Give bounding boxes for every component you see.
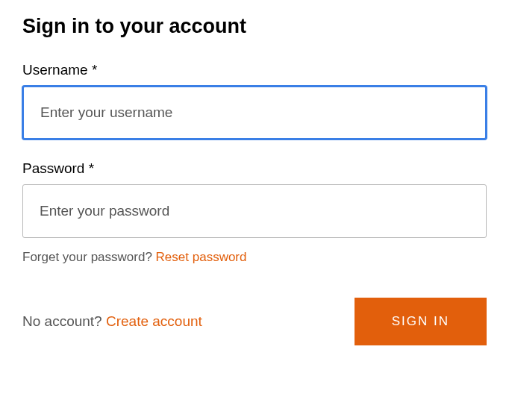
create-account-link[interactable]: Create account (106, 313, 202, 329)
bottom-row: No account? Create account SIGN IN (22, 298, 487, 345)
password-input[interactable] (22, 184, 487, 238)
no-account-line: No account? Create account (22, 313, 202, 330)
no-account-text: No account? (22, 313, 106, 329)
username-label: Username * (22, 62, 487, 78)
username-field-group: Username * (22, 62, 487, 140)
sign-in-button[interactable]: SIGN IN (355, 298, 487, 345)
reset-password-link[interactable]: Reset password (156, 250, 247, 264)
forgot-password-text: Forget your password? (22, 250, 156, 264)
password-label: Password * (22, 160, 487, 177)
forgot-password-line: Forget your password? Reset password (22, 250, 487, 265)
password-field-group: Password * (22, 160, 487, 238)
page-title: Sign in to your account (22, 15, 487, 38)
username-input[interactable] (22, 86, 487, 140)
